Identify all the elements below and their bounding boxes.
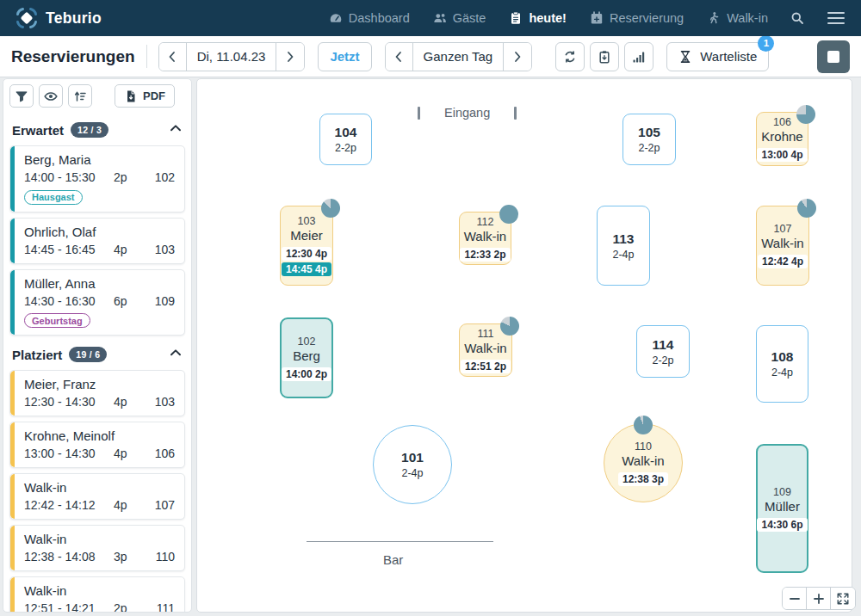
brand[interactable]: Teburio — [15, 7, 102, 29]
table-106[interactable]: 106 Krohne13:00 4p — [756, 112, 808, 166]
chevron-right-icon — [511, 50, 524, 64]
section-header-platziert[interactable]: Platziert 19 / 6 — [9, 336, 185, 370]
zoom-in-button[interactable] — [807, 588, 831, 609]
eye-button[interactable] — [39, 84, 63, 108]
section-header-erwartet[interactable]: Erwartet 12 / 3 — [9, 111, 185, 145]
date-next-button[interactable] — [276, 43, 304, 71]
nav-item-heute[interactable]: heute! — [509, 11, 567, 25]
date-prev-button[interactable] — [159, 43, 187, 71]
reservation-card[interactable]: Müller, Anna 14:30 - 16:30 6p 109 Geburt… — [9, 269, 185, 336]
table-101[interactable]: 101 2-4p — [373, 425, 452, 504]
table-114[interactable]: 114 2-2p — [636, 325, 690, 378]
walk-icon — [707, 11, 721, 25]
table-102[interactable]: 102 Berg14:00 2p — [280, 317, 333, 398]
zoom-out-icon — [788, 592, 802, 606]
reservation-pill: 13:00 4p — [757, 148, 807, 162]
bar-chart-button[interactable] — [624, 42, 653, 71]
menu-icon[interactable] — [827, 10, 846, 26]
table-guest-name: Walk-in — [622, 453, 664, 468]
reservation-card[interactable]: Meier, Franz 12:30 - 14:30 4p 103 — [9, 370, 185, 416]
reservation-pill: 12:51 2p — [461, 360, 511, 373]
nav-item-label: Reservierung — [610, 11, 684, 25]
chevron-left-icon — [165, 50, 179, 64]
table-number: 103 — [155, 395, 175, 409]
nav-item-walkin[interactable]: Walk-in — [707, 11, 768, 25]
reservation-card[interactable]: Walk-in 12:38 - 14:08 3p 110 — [9, 525, 185, 571]
search-icon[interactable] — [790, 11, 804, 25]
range-next-button[interactable] — [504, 43, 531, 71]
reservation-time: 14:00 - 15:30 — [24, 170, 107, 184]
reservation-details: 14:45 - 16:45 4p 103 — [24, 243, 175, 256]
table-111[interactable]: 111 Walk-in12:51 2p — [459, 323, 512, 377]
table-104[interactable]: 104 2-2p — [319, 114, 372, 165]
door-mark — [514, 107, 517, 120]
reservation-pill: 12:38 3p — [618, 472, 668, 486]
filter-button[interactable] — [9, 84, 34, 108]
card-list: Meier, Franz 12:30 - 14:30 4p 103 Krohne… — [9, 370, 185, 613]
table-107[interactable]: 107 Walk-in12:42 4p — [756, 206, 809, 286]
zoom-out-button[interactable] — [783, 588, 807, 609]
table-number: 110 — [156, 550, 175, 564]
table-guest-name: Müller — [765, 499, 800, 514]
table-number: 113 — [612, 231, 634, 247]
table-113[interactable]: 113 2-4p — [597, 206, 650, 286]
table-number: 109 — [155, 294, 175, 308]
table-capacity: 2-2p — [638, 142, 660, 154]
refresh-button[interactable] — [555, 42, 585, 71]
bar-chart-icon — [632, 50, 646, 64]
guest-name: Walk-in — [24, 532, 175, 546]
nav-item-label: Gäste — [453, 11, 486, 25]
reservation-card[interactable]: Walk-in 12:42 - 14:12 4p 107 — [9, 473, 185, 520]
guest-tag: Hausgast — [24, 190, 83, 205]
guest-name: Krohne, Meinolf — [24, 428, 175, 443]
duration-timer-icon — [499, 205, 518, 224]
table-108[interactable]: 108 2-4p — [756, 325, 808, 403]
nav-item-label: heute! — [529, 11, 567, 25]
nav-item-gste[interactable]: Gäste — [433, 11, 486, 25]
chevron-left-icon — [392, 50, 406, 64]
guest-name: Berg, Maria — [24, 152, 175, 167]
table-number: 109 — [773, 486, 791, 498]
timerange-navigator: Ganzen Tag — [385, 42, 533, 71]
jetzt-button[interactable]: Jetzt — [318, 42, 371, 71]
reservation-card[interactable]: Berg, Maria 14:00 - 15:30 2p 102 Hausgas… — [9, 145, 185, 213]
stop-button[interactable] — [817, 40, 850, 73]
table-105[interactable]: 105 2-2p — [623, 114, 676, 165]
reservation-details: 12:42 - 14:12 4p 107 — [24, 498, 175, 512]
party-size: 2p — [114, 601, 127, 613]
pdf-file-button[interactable]: PDF — [115, 84, 175, 108]
refresh-icon — [563, 50, 577, 64]
table-capacity: 2-4p — [401, 467, 423, 479]
table-number: 103 — [155, 243, 175, 256]
reservation-time: 12:42 - 14:12 — [24, 498, 107, 512]
reservation-card[interactable]: Ohrlich, Olaf 14:45 - 16:45 4p 103 — [9, 218, 185, 264]
sort-button[interactable] — [68, 84, 92, 108]
pdf-file-icon — [124, 89, 138, 103]
reservation-details: 13:00 - 14:30 4p 106 — [24, 447, 175, 460]
chevron-up-icon[interactable] — [169, 346, 183, 363]
table-number: 106 — [773, 116, 791, 128]
clipboard-export-button[interactable] — [590, 42, 619, 71]
dashboard-icon — [329, 11, 343, 25]
table-109[interactable]: 109 Müller14:30 6p — [756, 444, 808, 573]
range-prev-button[interactable] — [386, 43, 413, 71]
table-112[interactable]: 112 Walk-in12:33 2p — [459, 212, 511, 265]
eye-icon — [44, 89, 58, 103]
date-value[interactable]: Di, 11.04.23 — [187, 43, 277, 71]
table-number: 107 — [155, 498, 175, 512]
bar-counter-line — [307, 541, 493, 542]
table-110[interactable]: 110 Walk-in12:38 3p — [604, 423, 683, 502]
nav-item-dashboard[interactable]: Dashboard — [329, 11, 410, 25]
table-103[interactable]: 103 Meier12:30 4p14:45 4p — [280, 206, 333, 286]
section-count-badge: 19 / 6 — [69, 347, 107, 362]
reservation-card[interactable]: Walk-in 12:51 - 14:21 2p 111 — [9, 576, 185, 613]
warteliste-label: Warteliste — [700, 49, 757, 64]
nav-item-reservierung[interactable]: Reservierung — [590, 11, 684, 25]
table-guest-name: Meier — [290, 228, 323, 243]
fullscreen-button[interactable] — [831, 588, 855, 609]
waitlist-count-badge: 1 — [758, 35, 774, 52]
warteliste-button[interactable]: Warteliste 1 — [666, 42, 769, 71]
chevron-up-icon[interactable] — [169, 121, 183, 139]
range-value[interactable]: Ganzen Tag — [413, 43, 505, 71]
reservation-card[interactable]: Krohne, Meinolf 13:00 - 14:30 4p 106 — [9, 422, 185, 468]
